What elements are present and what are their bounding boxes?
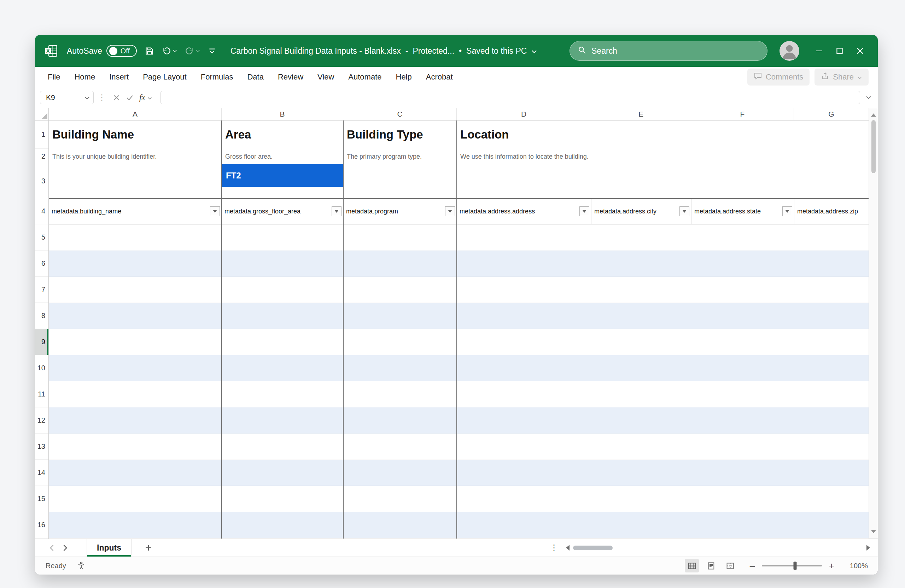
zoom-slider[interactable] xyxy=(762,565,822,566)
grid-row-14[interactable] xyxy=(49,460,868,486)
row-header-5[interactable]: 5 xyxy=(35,224,48,250)
section-subtitle-building-name[interactable]: This is your unique building identifier. xyxy=(52,153,157,160)
minimize-button[interactable] xyxy=(811,35,827,67)
row-header-1[interactable]: 1 xyxy=(35,120,48,149)
row-header-13[interactable]: 13 xyxy=(35,434,48,460)
menu-tab-insert[interactable]: Insert xyxy=(102,67,136,87)
horizontal-scrollbar-thumb[interactable] xyxy=(573,545,613,550)
menu-tab-home[interactable]: Home xyxy=(67,67,102,87)
zoom-in-button[interactable]: + xyxy=(826,560,837,571)
field-cell-building-name[interactable]: metadata.building_name xyxy=(49,199,222,223)
insert-function-button[interactable]: fx xyxy=(139,93,152,102)
redo-menu-chevron-icon[interactable] xyxy=(195,48,200,54)
row-header-6[interactable]: 6 xyxy=(35,250,48,277)
vertical-scrollbar-thumb[interactable] xyxy=(872,120,876,173)
name-box-chevron-icon[interactable] xyxy=(84,93,90,102)
tab-bar-options-icon[interactable]: ⋮ xyxy=(550,543,558,553)
row-header-16[interactable]: 16 xyxy=(35,512,48,538)
section-title-location[interactable]: Location xyxy=(460,128,509,141)
menu-tab-file[interactable]: File xyxy=(41,67,67,87)
saved-status-chevron-icon[interactable] xyxy=(531,46,537,56)
dropdown-button[interactable] xyxy=(445,206,455,216)
autosave-toggle[interactable]: AutoSave Off xyxy=(67,45,137,57)
add-sheet-button[interactable] xyxy=(144,544,153,552)
section-subtitle-location[interactable]: We use this information to locate the bu… xyxy=(460,153,589,160)
dropdown-button[interactable] xyxy=(210,206,220,216)
column-header-e[interactable]: E xyxy=(591,108,691,120)
scroll-up-button[interactable] xyxy=(871,108,876,119)
row-header-3[interactable]: 3 xyxy=(35,164,48,198)
column-header-g[interactable]: G xyxy=(794,108,868,120)
dropdown-button[interactable] xyxy=(580,206,589,216)
grid-row-5[interactable] xyxy=(49,224,868,250)
vertical-scrollbar[interactable] xyxy=(868,108,878,539)
comments-button[interactable]: Comments xyxy=(747,68,810,86)
redo-icon[interactable] xyxy=(185,46,200,55)
field-cell-city[interactable]: metadata.address.city xyxy=(591,199,691,223)
dropdown-button[interactable] xyxy=(782,206,792,216)
page-layout-view-button[interactable] xyxy=(704,559,718,572)
row-header-7[interactable]: 7 xyxy=(35,277,48,303)
section-subtitle-area[interactable]: Gross floor area. xyxy=(225,153,273,160)
grid-row-1[interactable]: Building Name Area Building Type Locatio… xyxy=(49,120,868,149)
autosave-switch[interactable]: Off xyxy=(106,45,137,57)
formula-input[interactable] xyxy=(160,91,860,104)
grid-row-2[interactable]: This is your unique building identifier.… xyxy=(49,149,868,164)
row-header-9-selected[interactable]: 9 xyxy=(35,329,48,355)
section-title-area[interactable]: Area xyxy=(225,128,251,141)
cancel-entry-icon[interactable] xyxy=(113,94,120,101)
saved-status[interactable]: Saved to this PC xyxy=(466,46,527,56)
formula-bar-handle-icon[interactable]: ⋮ xyxy=(98,93,106,102)
row-header-2[interactable]: 2 xyxy=(35,149,48,164)
save-icon[interactable] xyxy=(144,46,154,56)
row-header-12[interactable]: 12 xyxy=(35,407,48,434)
next-sheet-button[interactable] xyxy=(58,544,72,552)
column-header-b[interactable]: B xyxy=(222,108,343,120)
field-cell-state[interactable]: metadata.address.state xyxy=(691,199,794,223)
field-cell-address[interactable]: metadata.address.address xyxy=(457,199,591,223)
zoom-level[interactable]: 100% xyxy=(842,562,868,570)
field-cell-gross-floor-area[interactable]: metadata.gross_floor_area xyxy=(222,199,343,223)
menu-tab-data[interactable]: Data xyxy=(240,67,270,87)
row-header-14[interactable]: 14 xyxy=(35,460,48,486)
menu-tab-help[interactable]: Help xyxy=(389,67,419,87)
undo-icon[interactable] xyxy=(162,46,177,55)
avatar[interactable] xyxy=(780,41,799,61)
section-title-building-type[interactable]: Building Type xyxy=(347,128,423,141)
quick-access-customize-icon[interactable] xyxy=(208,47,216,55)
grid-row-15[interactable] xyxy=(49,486,868,512)
column-header-f[interactable]: F xyxy=(691,108,794,120)
undo-menu-chevron-icon[interactable] xyxy=(173,48,177,54)
grid-row-3[interactable]: FT2 xyxy=(49,164,868,198)
scroll-down-button[interactable] xyxy=(871,528,876,539)
menu-tab-acrobat[interactable]: Acrobat xyxy=(419,67,460,87)
menu-tab-view[interactable]: View xyxy=(310,67,341,87)
row-header-4[interactable]: 4 xyxy=(35,198,48,224)
grid-row-12[interactable] xyxy=(49,407,868,434)
dropdown-button[interactable] xyxy=(680,206,689,216)
horizontal-scrollbar[interactable] xyxy=(566,545,870,550)
row-header-15[interactable]: 15 xyxy=(35,486,48,512)
grid-row-9[interactable] xyxy=(49,329,868,355)
column-header-a[interactable]: A xyxy=(49,108,222,120)
name-box[interactable]: K9 xyxy=(40,91,94,104)
protected-status[interactable]: Protected... xyxy=(413,46,454,56)
zoom-slider-thumb[interactable] xyxy=(793,562,797,570)
previous-sheet-button[interactable] xyxy=(45,544,58,552)
dropdown-button[interactable] xyxy=(332,206,341,216)
normal-view-button[interactable] xyxy=(685,559,699,572)
section-subtitle-building-type[interactable]: The primary program type. xyxy=(347,153,422,160)
grid-row-16[interactable] xyxy=(49,512,868,538)
search-input[interactable]: Search xyxy=(570,41,767,61)
close-button[interactable] xyxy=(852,35,868,67)
field-cell-zip[interactable]: metadata.address.zip xyxy=(794,199,868,223)
grid-row-13[interactable] xyxy=(49,434,868,460)
row-header-10[interactable]: 10 xyxy=(35,355,48,381)
column-header-c[interactable]: C xyxy=(343,108,457,120)
grid-row-11[interactable] xyxy=(49,381,868,407)
menu-tab-review[interactable]: Review xyxy=(271,67,310,87)
expand-formula-bar-icon[interactable] xyxy=(866,95,872,100)
menu-tab-formulas[interactable]: Formulas xyxy=(194,67,240,87)
grid-row-6[interactable] xyxy=(49,250,868,277)
grid-row-10[interactable] xyxy=(49,355,868,381)
